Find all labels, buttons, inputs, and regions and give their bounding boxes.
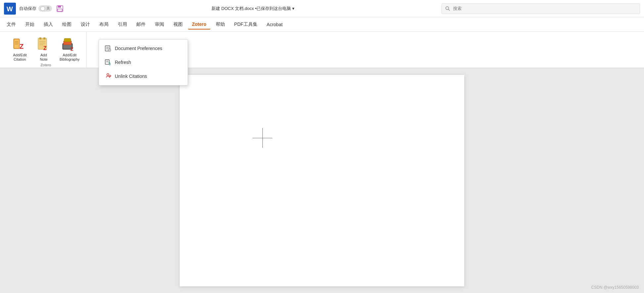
add-edit-bibliography-icon: Z: [62, 36, 77, 52]
menu-item-acrobat[interactable]: Acrobat: [263, 20, 287, 29]
ribbon: Z Add/EditCitation: [0, 32, 644, 68]
menu-item-zotero[interactable]: Zotero: [188, 20, 210, 29]
menu-item-draw[interactable]: 绘图: [58, 20, 75, 29]
svg-rect-13: [39, 37, 41, 39]
add-note-label: AddNote: [40, 53, 47, 62]
add-edit-bibliography-button[interactable]: Z Add/EditBibliography: [57, 35, 82, 63]
dropdown-menu: Document Preferences Refresh Unli: [99, 39, 188, 86]
search-icon: [445, 6, 450, 11]
menu-bar: 文件 开始 插入 绘图 设计 布局 引用 邮件 审阅 视图 Zotero 帮助 …: [0, 17, 644, 32]
menu-item-mailings[interactable]: 邮件: [132, 20, 150, 29]
unlink-citations-icon: [104, 73, 112, 80]
menu-item-layout[interactable]: 布局: [95, 20, 113, 29]
svg-rect-2: [58, 6, 61, 8]
unlink-citations-item[interactable]: Unlink Citations: [99, 69, 188, 83]
file-name: 新建 DOCX 文档.docx •已保存到这台电脑 ▾: [68, 6, 438, 12]
autosave-label: 自动保存: [19, 6, 36, 12]
svg-rect-22: [64, 38, 71, 42]
menu-item-review[interactable]: 审阅: [151, 20, 168, 29]
refresh-label: Refresh: [115, 60, 131, 65]
ribbon-group-label: Zotero: [40, 63, 51, 68]
document-area: [0, 68, 644, 293]
ribbon-buttons: Z Add/EditCitation: [9, 33, 82, 63]
menu-item-home[interactable]: 开始: [21, 20, 38, 29]
svg-rect-3: [58, 9, 62, 11]
add-edit-citation-button[interactable]: Z Add/EditCitation: [9, 35, 30, 63]
document-preferences-label: Document Preferences: [115, 46, 162, 51]
search-input[interactable]: [453, 6, 636, 11]
svg-text:Z: Z: [70, 46, 73, 52]
menu-item-references[interactable]: 引用: [114, 20, 131, 29]
cursor: [253, 128, 272, 148]
svg-text:Z: Z: [43, 45, 47, 51]
svg-point-4: [446, 7, 449, 10]
svg-point-32: [107, 74, 109, 76]
menu-item-pdf-tools[interactable]: PDF工具集: [230, 20, 261, 29]
autosave-area: 自动保存 关: [19, 5, 52, 12]
add-note-button[interactable]: Z AddNote: [33, 35, 54, 63]
svg-text:W: W: [7, 5, 13, 13]
svg-point-34: [110, 75, 111, 77]
svg-rect-7: [14, 39, 19, 48]
word-logo: W: [4, 3, 16, 15]
add-edit-bibliography-label: Add/EditBibliography: [60, 53, 80, 62]
save-icon[interactable]: [55, 4, 65, 13]
add-edit-citation-label: Add/EditCitation: [13, 53, 27, 62]
menu-item-insert[interactable]: 插入: [40, 20, 57, 29]
document-page[interactable]: [180, 75, 464, 286]
search-bar[interactable]: [441, 3, 640, 14]
autosave-toggle[interactable]: 关: [38, 5, 52, 12]
svg-text:Z: Z: [20, 43, 23, 50]
document-preferences-item[interactable]: Document Preferences: [99, 41, 188, 55]
document-preferences-icon: [104, 45, 112, 52]
menu-item-file[interactable]: 文件: [3, 20, 20, 29]
add-edit-citation-icon: Z: [12, 36, 28, 52]
menu-item-view[interactable]: 视图: [169, 20, 187, 29]
unlink-citations-label: Unlink Citations: [115, 74, 147, 79]
refresh-icon: [104, 59, 112, 66]
title-bar: W 自动保存 关 新建 DOCX 文档.docx •已保存到这台电脑 ▾: [0, 0, 644, 17]
svg-rect-14: [43, 37, 45, 39]
menu-item-design[interactable]: 设计: [77, 20, 94, 29]
svg-line-5: [448, 9, 450, 11]
add-note-icon: Z: [36, 36, 52, 52]
menu-item-help[interactable]: 帮助: [212, 20, 229, 29]
refresh-item[interactable]: Refresh: [99, 55, 188, 69]
watermark: CSDN @wxy15650598003: [591, 285, 639, 290]
ribbon-zotero-group: Z Add/EditCitation: [5, 32, 87, 68]
